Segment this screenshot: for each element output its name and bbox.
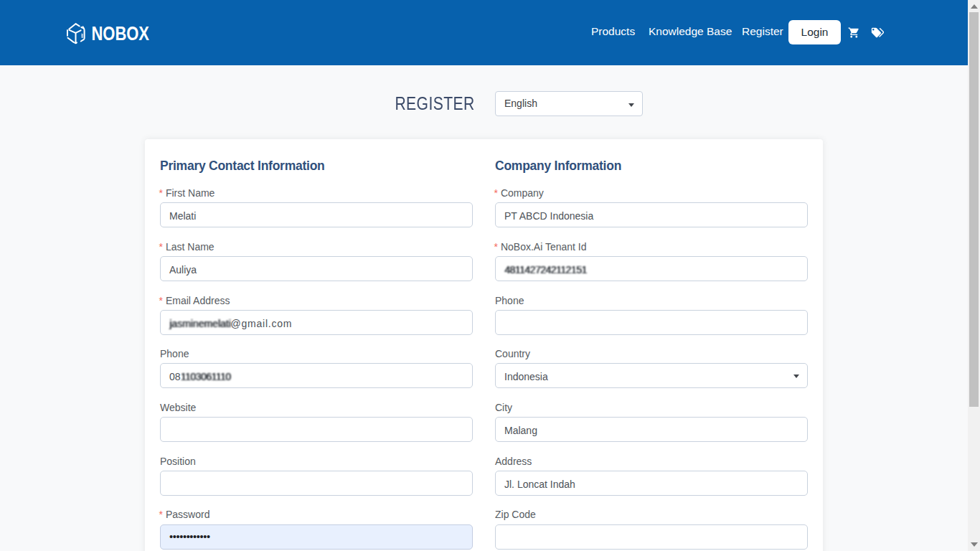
svg-text:NOBOX: NOBOX xyxy=(92,25,150,42)
